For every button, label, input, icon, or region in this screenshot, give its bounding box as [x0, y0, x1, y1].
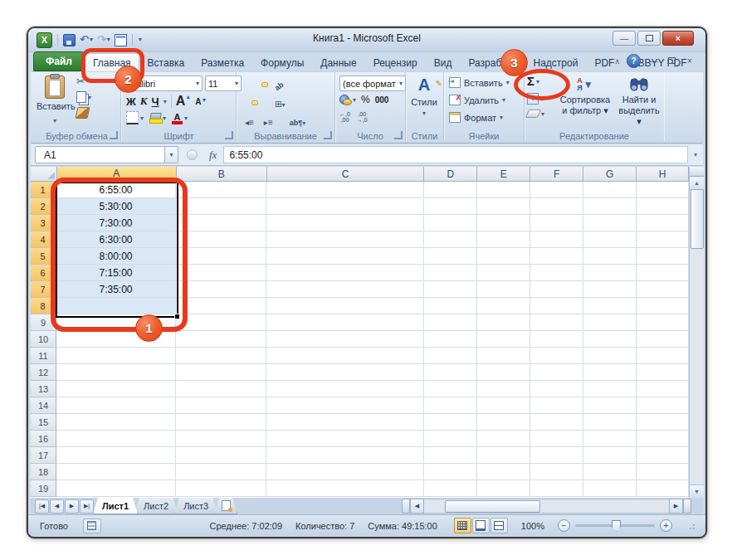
cell-C11[interactable]: [266, 348, 424, 364]
cell-B19[interactable]: [176, 480, 266, 497]
cell-F3[interactable]: [530, 215, 583, 231]
align-middle-button[interactable]: [251, 82, 258, 87]
sheet-tab-2[interactable]: Лист2: [134, 498, 178, 514]
cell-B16[interactable]: [176, 431, 266, 447]
cell-G8[interactable]: [583, 298, 637, 314]
help-icon[interactable]: ?: [627, 54, 641, 68]
cell-G1[interactable]: [583, 182, 637, 198]
cell-H16[interactable]: [637, 431, 689, 447]
cell-H6[interactable]: [637, 265, 689, 281]
insert-function-button[interactable]: fx: [209, 149, 217, 162]
cell-C3[interactable]: [266, 215, 424, 231]
resize-grip[interactable]: [689, 522, 697, 530]
cell-G14[interactable]: [583, 397, 637, 414]
cell-E9[interactable]: [477, 314, 530, 331]
cell-D4[interactable]: [424, 231, 477, 248]
sheet-tab-1[interactable]: Лист1: [93, 498, 138, 514]
cell-G11[interactable]: [583, 348, 637, 364]
dialog-launcher-icon[interactable]: [225, 131, 233, 139]
page-layout-view-button[interactable]: [472, 518, 490, 533]
workbook-close-button[interactable]: ×: [684, 56, 695, 66]
horizontal-split-handle-right[interactable]: [683, 499, 691, 514]
vertical-scrollbar[interactable]: ▲ ▼: [689, 167, 704, 498]
cell-E7[interactable]: [477, 281, 530, 298]
cell-H10[interactable]: [637, 331, 689, 348]
cell-F13[interactable]: [530, 381, 583, 397]
cell-B2[interactable]: [176, 198, 266, 215]
cell-D13[interactable]: [424, 381, 477, 397]
format-painter-button[interactable]: [76, 107, 91, 119]
cell-H9[interactable]: [637, 314, 689, 331]
horizontal-scroll-thumb[interactable]: [445, 500, 540, 513]
cell-H5[interactable]: [637, 248, 689, 265]
cell-F12[interactable]: [530, 364, 583, 381]
cell-E1[interactable]: [477, 182, 530, 198]
vertical-split-handle[interactable]: [690, 167, 704, 177]
first-sheet-button[interactable]: |◀: [35, 499, 49, 514]
formula-input[interactable]: 6:55:00: [223, 146, 688, 163]
cell-E19[interactable]: [477, 480, 530, 497]
cell-C9[interactable]: [266, 314, 424, 331]
close-button[interactable]: ×: [662, 31, 694, 46]
cell-A13[interactable]: [56, 381, 176, 397]
cell-E11[interactable]: [477, 348, 530, 364]
wrap-text-button[interactable]: ab¶▾: [286, 111, 310, 131]
page-break-view-button[interactable]: [490, 518, 508, 533]
cell-F1[interactable]: [530, 182, 583, 198]
cell-H17[interactable]: [637, 447, 689, 464]
cell-B8[interactable]: [176, 298, 266, 314]
cell-H13[interactable]: [637, 381, 689, 397]
cell-A15[interactable]: [56, 414, 176, 431]
zoom-out-button[interactable]: −: [558, 519, 570, 532]
orientation-button[interactable]: ab: [271, 75, 287, 95]
cell-A19[interactable]: [56, 480, 176, 497]
cell-G19[interactable]: [583, 480, 637, 497]
cell-C13[interactable]: [266, 381, 424, 397]
cell-F17[interactable]: [530, 447, 583, 464]
cell-H1[interactable]: [637, 182, 689, 198]
cell-A11[interactable]: [56, 348, 176, 364]
scroll-left-button[interactable]: ◀: [410, 499, 424, 514]
cell-A12[interactable]: [56, 364, 176, 381]
macro-record-button[interactable]: [83, 519, 101, 533]
clear-button[interactable]: ▾: [527, 110, 544, 118]
cell-D11[interactable]: [424, 348, 477, 364]
align-center-button[interactable]: [251, 100, 258, 105]
cell-C2[interactable]: [266, 198, 424, 215]
restore-button[interactable]: [637, 31, 661, 46]
cell-D9[interactable]: [424, 314, 477, 331]
cell-F11[interactable]: [530, 348, 583, 364]
font-color-button[interactable]: А▾: [172, 113, 188, 124]
row-header-14[interactable]: 14: [31, 397, 56, 414]
number-format-select[interactable]: (все формат▾: [339, 75, 399, 91]
cell-C18[interactable]: [266, 464, 424, 480]
cell-G9[interactable]: [583, 314, 637, 331]
select-all-corner[interactable]: [31, 167, 57, 182]
cell-H11[interactable]: [637, 348, 689, 364]
cell-F18[interactable]: [530, 464, 583, 480]
cell-C16[interactable]: [266, 431, 424, 447]
cell-H7[interactable]: [637, 281, 689, 298]
styles-button[interactable]: А✎ Стили▾: [409, 75, 439, 117]
cell-B12[interactable]: [176, 364, 266, 381]
cell-E14[interactable]: [477, 397, 530, 414]
cell-H2[interactable]: [637, 198, 689, 215]
cell-G2[interactable]: [583, 198, 637, 215]
column-header-C[interactable]: C: [267, 167, 425, 182]
cell-A17[interactable]: [56, 447, 176, 464]
cell-F10[interactable]: [530, 331, 583, 348]
shrink-font-button[interactable]: А▼: [195, 97, 207, 106]
tab-file[interactable]: Файл: [33, 51, 85, 71]
cell-B11[interactable]: [176, 348, 266, 364]
cell-D5[interactable]: [424, 248, 477, 265]
cell-E4[interactable]: [477, 231, 530, 248]
name-box-dropdown[interactable]: ▾: [165, 146, 178, 163]
cell-C8[interactable]: [266, 298, 424, 314]
borders-button[interactable]: ▾: [126, 111, 144, 124]
cell-D10[interactable]: [424, 331, 477, 348]
cell-B9[interactable]: [176, 314, 266, 331]
tab-page-layout[interactable]: Разметка: [193, 53, 252, 71]
name-box[interactable]: A1: [35, 146, 165, 163]
fill-color-button[interactable]: ▾: [149, 113, 166, 124]
merge-center-button[interactable]: ⊞▾: [271, 93, 288, 113]
